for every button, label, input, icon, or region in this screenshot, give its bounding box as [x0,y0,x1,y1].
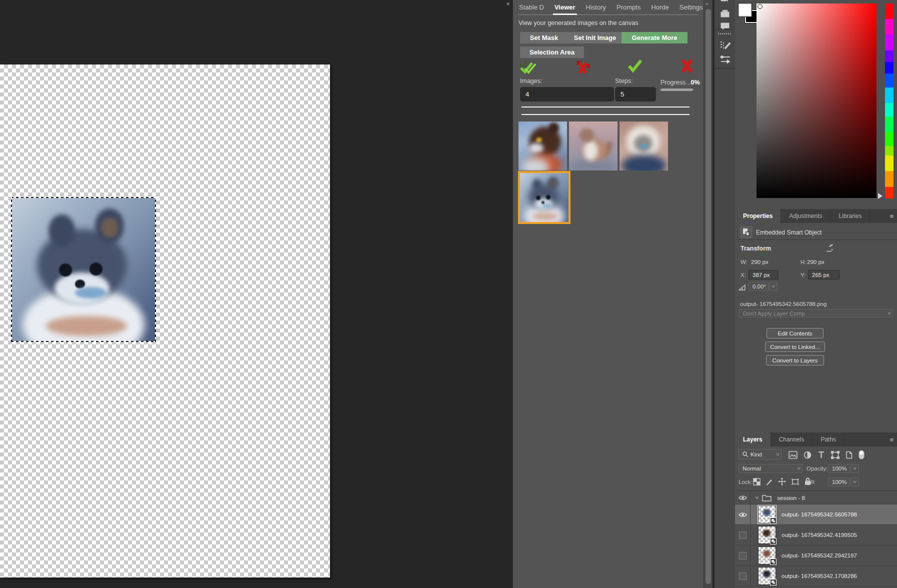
selection-marquee-bottom [11,341,156,342]
plugin-tab-bar: Stable D Viewer History Prompts Horde Se… [518,0,698,15]
generated-thumbnail-3[interactable] [620,122,668,170]
x-input[interactable]: 387 px [748,270,778,280]
tab-settings[interactable]: Settings [679,4,704,11]
filter-pixel-layers-icon[interactable] [788,451,798,459]
scrollbar-up-icon[interactable]: ^ [706,3,710,7]
accept-all-icon[interactable] [519,60,537,77]
tab-paths[interactable]: Paths [812,432,844,446]
generated-thumbnail-4-selected[interactable] [520,173,568,222]
libraries-bag-icon[interactable] [720,9,730,18]
tab-channels[interactable]: Channels [771,432,813,446]
layer-group-row[interactable]: ˅ session - 8 [735,492,897,504]
filter-smart-objects-icon[interactable] [846,451,852,459]
comment-bubble-icon[interactable] [720,22,730,31]
hidden-layer-checkbox[interactable] [739,552,746,560]
visibility-toggle[interactable] [735,492,750,504]
layer-thumbnail[interactable] [758,526,776,544]
search-icon [742,452,748,457]
layer-row-1[interactable]: output- 1675495342.5605788 [735,504,897,525]
selection-area-button[interactable]: Selection Area [520,46,584,58]
images-input[interactable]: 4 [520,87,614,102]
group-expand-chevron-icon[interactable]: ˅ [755,496,759,500]
generated-thumbnail-1[interactable] [518,122,567,170]
fill-chevron-icon[interactable]: ˅ [850,478,859,486]
document-canvas[interactable] [0,64,330,578]
lock-transparency-icon[interactable] [753,478,760,486]
clipped-panel-icon[interactable] [720,0,730,5]
width-value: 290 px [751,259,768,265]
hidden-layer-checkbox[interactable] [739,572,746,580]
lock-pixels-brush-icon[interactable] [766,478,773,486]
visibility-toggle[interactable] [735,546,750,566]
layer-thumbnail[interactable] [758,567,776,585]
height-label: H: [800,259,806,265]
hidden-layer-checkbox[interactable] [739,532,746,539]
opacity-chevron-icon[interactable]: ˅ [850,464,859,473]
filter-toggle-icon[interactable] [858,450,864,460]
hue-slider[interactable] [885,4,894,198]
layer-row-4[interactable]: output- 1675495342.1708286 [735,566,897,586]
accept-icon[interactable] [628,59,642,75]
canvas-smart-object-image[interactable] [11,197,156,342]
panel-close-icon[interactable]: × [504,0,512,8]
smart-object-filename: output- 1675495342.5605788.png [740,301,826,307]
tab-layers[interactable]: Layers [735,432,771,446]
tab-prompts[interactable]: Prompts [616,4,641,11]
filter-adjustment-layers-icon[interactable] [804,451,812,459]
layer-row-3[interactable]: output- 1675495342.2942197 [735,546,897,566]
panel-menu-icon[interactable]: ≡ [886,432,897,446]
plugin-scrollbar[interactable]: ^ [704,0,712,588]
generate-more-button[interactable]: Generate More [622,32,688,44]
reset-transform-icon[interactable] [825,244,833,254]
convert-to-linked-button[interactable]: Convert to Linked... [765,342,825,352]
color-picker-cursor[interactable] [758,4,762,9]
lock-artboard-icon[interactable] [791,478,800,486]
tab-libraries[interactable]: Libraries [830,209,870,223]
dock-grip-handle[interactable] [718,33,732,34]
generated-thumbnail-2[interactable] [569,122,618,170]
visibility-toggle[interactable] [735,504,750,524]
visibility-toggle[interactable] [735,525,750,545]
foreground-color-swatch[interactable] [738,4,752,16]
brushes-tools-icon[interactable] [720,55,730,64]
photoshop-window: × Stable D Viewer History Prompts Horde … [0,0,897,588]
eye-icon [738,495,747,500]
panel-menu-icon[interactable]: ≡ [886,209,897,223]
tab-properties[interactable]: Properties [735,209,781,223]
brush-settings-icon[interactable] [720,41,730,50]
color-picker-field[interactable] [756,4,876,198]
layer-thumbnail[interactable] [758,506,776,524]
tab-stable-d[interactable]: Stable D [518,4,544,11]
layer-comp-select[interactable]: Don't Apply Layer Comp˅ [739,309,893,318]
edit-contents-button[interactable]: Edit Contents [766,328,824,338]
lock-position-move-icon[interactable] [778,478,786,486]
layer-row-2[interactable]: output- 1675495342.4199505 [735,525,897,546]
tab-horde[interactable]: Horde [650,4,669,11]
layer-filter-select[interactable]: Kind˅ [738,449,782,460]
layer-thumbnail[interactable] [758,546,776,564]
angle-select-chevron-icon[interactable]: ˅ [769,282,778,291]
hue-slider-pointer[interactable] [878,193,882,199]
visibility-toggle[interactable] [735,566,750,586]
generated-cat-image [11,197,156,342]
reject-all-icon[interactable] [574,59,591,77]
blend-mode-select[interactable]: Normal˅ [738,464,802,473]
reject-icon[interactable] [680,58,694,76]
tab-viewer[interactable]: Viewer [554,4,576,11]
set-mask-button[interactable]: Set Mask [520,32,568,44]
selection-marquee-right [155,197,156,342]
opacity-select[interactable]: 100% [828,464,850,473]
fill-select[interactable]: 100% [828,478,850,486]
folder-icon [762,494,772,502]
convert-to-layers-button[interactable]: Convert to Layers [766,355,824,366]
angle-select[interactable]: 0.00° [748,282,768,291]
set-init-image-button[interactable]: Set Init Image [562,32,628,44]
filter-shape-layers-icon[interactable] [831,451,840,459]
tab-history[interactable]: History [586,4,606,11]
tab-adjustments[interactable]: Adjustments [781,209,830,223]
y-input[interactable]: 265 px [808,270,840,280]
steps-input[interactable]: 5 [615,87,656,102]
scrollbar-thumb[interactable] [706,9,711,584]
filter-type-layers-icon[interactable] [818,451,825,459]
panel-icon-dock [714,0,736,588]
